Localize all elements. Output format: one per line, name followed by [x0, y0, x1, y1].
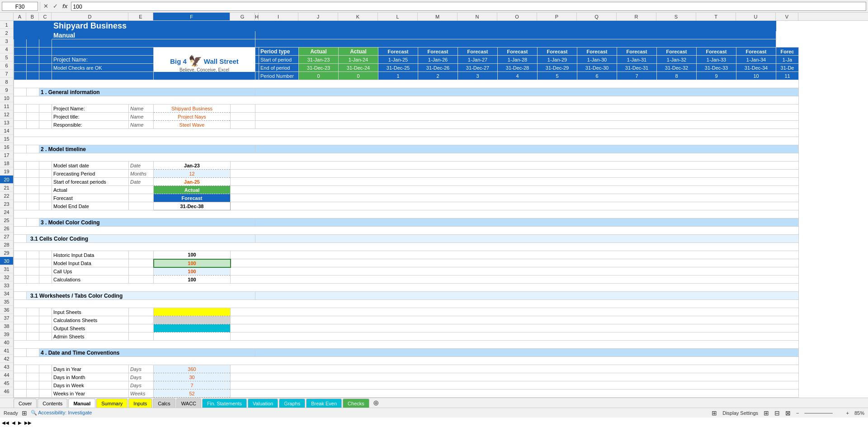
- cell-K6-a2[interactable]: 31-Dec-24: [339, 64, 378, 72]
- cell-A36[interactable]: [14, 308, 27, 316]
- row-32[interactable]: 32: [0, 273, 13, 281]
- row-17[interactable]: 17: [0, 151, 13, 159]
- row-41[interactable]: 41: [0, 347, 13, 355]
- cell-V5-fc11[interactable]: 1-Ja: [776, 56, 799, 64]
- cell-F39-value[interactable]: [154, 332, 231, 341]
- cell-row40[interactable]: [14, 341, 799, 349]
- tab-nav-left-left[interactable]: ◀◀: [1, 419, 10, 426]
- tab-inputs[interactable]: Inputs: [128, 399, 152, 408]
- cell-A45[interactable]: [14, 381, 27, 390]
- cell-K4-actual2[interactable]: Actual: [339, 48, 378, 56]
- row-5[interactable]: 5: [0, 53, 13, 62]
- cell-A11[interactable]: [14, 104, 27, 113]
- display-settings-icon[interactable]: ⊞: [712, 409, 717, 417]
- cell-B39[interactable]: [27, 332, 39, 341]
- cell-C39[interactable]: [39, 332, 52, 341]
- cell-A6[interactable]: [14, 64, 27, 72]
- cell-F18-value[interactable]: Jan-23: [154, 162, 231, 170]
- cell-J5-a1[interactable]: 31-Jan-23: [299, 56, 339, 64]
- cell-J7-n1[interactable]: 0: [299, 72, 339, 80]
- row-33[interactable]: 33: [0, 281, 13, 290]
- cell-F31-value[interactable]: 100: [154, 267, 231, 276]
- accessibility-status[interactable]: 🔍 Accessibility: Investigate: [31, 410, 92, 416]
- row-6[interactable]: 6: [0, 62, 13, 70]
- cell-B20[interactable]: [27, 178, 39, 186]
- cell-B31[interactable]: [27, 267, 39, 276]
- cell-C41-header[interactable]: 4 . Date and Time Conventions: [39, 349, 255, 357]
- cell-A38[interactable]: [14, 324, 27, 332]
- row-23[interactable]: 23: [0, 200, 13, 208]
- row-9[interactable]: 9: [0, 86, 13, 94]
- cell-C46[interactable]: [39, 390, 52, 398]
- row-30[interactable]: 30: [0, 257, 13, 265]
- cell-C36[interactable]: [39, 308, 52, 316]
- cell-B38[interactable]: [27, 324, 39, 332]
- row-14[interactable]: 14: [0, 127, 13, 135]
- row-15[interactable]: 15: [0, 135, 13, 143]
- row-34[interactable]: 34: [0, 290, 13, 298]
- cell-F19-value[interactable]: 12: [154, 170, 231, 178]
- cell-V4-fc11[interactable]: Forec: [776, 48, 799, 56]
- tab-calcs[interactable]: Calcs: [153, 399, 175, 408]
- col-header-F[interactable]: F: [153, 13, 230, 20]
- cell-D7[interactable]: [52, 72, 255, 80]
- col-header-A[interactable]: A: [14, 13, 26, 20]
- cell-C6[interactable]: [39, 64, 52, 72]
- row-38[interactable]: 38: [0, 322, 13, 330]
- cell-C25-header[interactable]: 3 . Model Color Coding: [39, 218, 255, 227]
- cell-F37-value[interactable]: [154, 316, 231, 324]
- col-header-E[interactable]: E: [128, 13, 153, 20]
- cell-F20-value[interactable]: Jan-25: [154, 178, 231, 186]
- tab-wacc[interactable]: WACC: [176, 399, 201, 408]
- cell-A9[interactable]: [14, 88, 27, 96]
- row-8[interactable]: 8: [0, 78, 13, 86]
- cell-L4-fc1[interactable]: Forecast: [378, 48, 418, 56]
- col-header-T[interactable]: T: [696, 13, 736, 20]
- cell-C18[interactable]: [39, 162, 52, 170]
- cell-B19[interactable]: [27, 170, 39, 178]
- cell-S7-n10[interactable]: 8: [657, 72, 697, 80]
- cell-F11-value[interactable]: Shipyard Business: [154, 104, 231, 113]
- col-header-B[interactable]: B: [26, 13, 39, 20]
- cell-C30[interactable]: [39, 259, 52, 267]
- cell-B1[interactable]: [27, 21, 39, 31]
- cell-A37[interactable]: [14, 316, 27, 324]
- cell-A30[interactable]: [14, 259, 27, 267]
- col-header-V[interactable]: V: [776, 13, 798, 20]
- cell-row17[interactable]: [14, 153, 799, 162]
- cell-B37[interactable]: [27, 316, 39, 324]
- cell-B7[interactable]: [27, 72, 39, 80]
- cell-C1[interactable]: [39, 21, 52, 31]
- cell-A39[interactable]: [14, 332, 27, 341]
- cell-M5-fc2[interactable]: 1-Jan-26: [418, 56, 458, 64]
- formula-input[interactable]: 100: [71, 2, 866, 11]
- cell-C7[interactable]: [39, 72, 52, 80]
- cell-L5-fc1[interactable]: 1-Jan-25: [378, 56, 418, 64]
- view-layout-icon[interactable]: ⊟: [774, 409, 780, 417]
- cell-C16-header[interactable]: 2 . Model timeline: [39, 145, 255, 153]
- confirm-icon[interactable]: ✓: [52, 3, 59, 10]
- row-13[interactable]: 13: [0, 119, 13, 127]
- cell-F43-value[interactable]: 360: [154, 365, 231, 373]
- row-11[interactable]: 11: [0, 102, 13, 110]
- row-36[interactable]: 36: [0, 306, 13, 314]
- cell-H7[interactable]: [255, 72, 259, 80]
- cell-B16[interactable]: [27, 145, 39, 153]
- cell-C38[interactable]: [39, 324, 52, 332]
- cell-row33[interactable]: [14, 284, 799, 292]
- name-box[interactable]: F30: [2, 2, 38, 11]
- cell-A5[interactable]: [14, 56, 27, 64]
- col-header-N[interactable]: N: [458, 13, 497, 20]
- cell-O6-fc4[interactable]: 31-Dec-28: [498, 64, 538, 72]
- cell-B30[interactable]: [27, 259, 39, 267]
- cell-B5[interactable]: [27, 56, 39, 64]
- cell-B6[interactable]: [27, 64, 39, 72]
- cell-A44[interactable]: [14, 373, 27, 381]
- col-header-L[interactable]: L: [378, 13, 418, 20]
- cell-U6-fc10[interactable]: 31-Dec-34: [736, 64, 776, 72]
- tab-graphs[interactable]: Graphs: [279, 399, 305, 408]
- cell-G11[interactable]: [231, 104, 255, 113]
- cell-B11[interactable]: [27, 104, 39, 113]
- cell-F36-value[interactable]: [154, 308, 231, 316]
- row-28[interactable]: 28: [0, 241, 13, 249]
